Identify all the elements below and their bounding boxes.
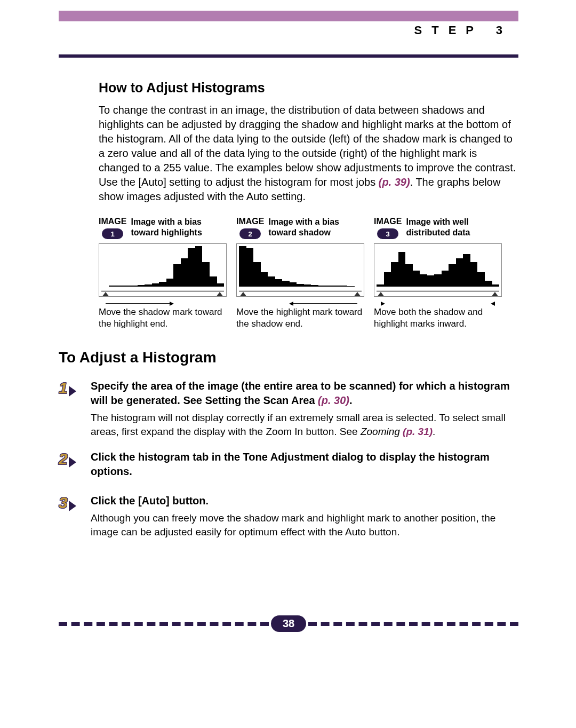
arrow-left-icon <box>491 302 495 306</box>
example-3: IMAGE 3 Image with well distributed data… <box>374 217 502 330</box>
arrow-right-icon <box>170 302 174 306</box>
histogram-bars-2 <box>239 246 362 287</box>
text: Click the histogram tab in the Tone Adju… <box>91 451 490 477</box>
example-1: IMAGE 1 Image with a bias toward highlig… <box>99 217 227 330</box>
text-italic: Zooming <box>361 426 403 437</box>
shadow-mark-icon[interactable] <box>240 292 246 296</box>
section-body: To change the contrast in an image, the … <box>99 103 518 204</box>
example-title-1: Image with a bias toward highlights <box>131 217 227 238</box>
step-title-2: Click the histogram tab in the Tone Adju… <box>91 450 518 479</box>
step-body-3: Although you can freely move the shadow … <box>91 511 518 539</box>
step-badge-1: 1 <box>59 379 82 438</box>
text: . <box>349 394 353 406</box>
step-3: 3 Click the [Auto] button. Although you … <box>59 494 518 539</box>
slider-track <box>239 290 362 292</box>
image-label: IMAGE <box>99 217 126 226</box>
example-number-3: 3 <box>377 228 398 239</box>
header-bar <box>59 11 518 21</box>
text: The histogram will not display correctly… <box>91 412 506 437</box>
slider-track <box>377 290 499 292</box>
image-label: IMAGE <box>374 217 402 226</box>
example-2: IMAGE 2 Image with a bias toward shadow … <box>236 217 364 330</box>
step-label: STEP 3 <box>414 23 512 37</box>
procedure-title: To Adjust a Histogram <box>59 349 518 366</box>
arrow-right-icon <box>381 302 385 306</box>
footer-dash-right <box>308 622 518 626</box>
step-title-1: Specify the area of the image (the entir… <box>91 379 518 408</box>
arrow-line <box>293 303 357 304</box>
step-badge-2: 2 <box>59 450 82 482</box>
step-badge-3: 3 <box>59 494 82 539</box>
highlight-mark-icon[interactable] <box>354 292 361 296</box>
shadow-mark-icon[interactable] <box>102 292 109 296</box>
page-content: How to Adjust Histograms To change the c… <box>59 80 518 551</box>
chevron-right-icon <box>69 386 76 397</box>
example-number-2: 2 <box>239 228 261 239</box>
highlight-mark-icon[interactable] <box>492 292 498 296</box>
page-ref-39[interactable]: (p. 39) <box>379 176 410 188</box>
histogram-1 <box>99 243 227 297</box>
page-footer: 38 <box>59 615 518 632</box>
image-label: IMAGE <box>236 217 264 226</box>
slider-track <box>101 290 224 292</box>
histogram-2 <box>236 243 364 297</box>
step-2: 2 Click the histogram tab in the Tone Ad… <box>59 450 518 482</box>
example-caption-1: Move the shadow mark toward the highligh… <box>99 306 227 330</box>
arrow-left-icon <box>289 302 293 306</box>
histogram-bars-1 <box>101 246 224 287</box>
step-number: 1 <box>59 379 68 397</box>
page-number: 38 <box>271 615 306 632</box>
page-ref-31[interactable]: (p. 31) <box>403 426 433 437</box>
arrow-line <box>106 303 170 304</box>
section-body-a: To change the contrast in an image, the … <box>99 104 516 188</box>
shadow-mark-icon[interactable] <box>378 292 384 296</box>
chevron-right-icon <box>69 457 76 468</box>
page-ref-30[interactable]: (p. 30) <box>318 394 349 406</box>
histogram-bars-3 <box>377 246 499 287</box>
histogram-3 <box>374 243 502 297</box>
step-number: 2 <box>59 450 68 468</box>
step-body-1: The histogram will not display correctly… <box>91 411 518 438</box>
example-caption-3: Move both the shadow and highlight marks… <box>374 306 502 330</box>
text: . <box>433 426 435 437</box>
step-number: 3 <box>59 494 68 511</box>
header-divider <box>59 54 518 58</box>
footer-dash-left <box>59 622 269 626</box>
text: Click the [Auto] button. <box>91 495 209 507</box>
example-caption-2: Move the highlight mark toward the shado… <box>236 306 364 330</box>
step-title-3: Click the [Auto] button. <box>91 494 518 508</box>
section-title: How to Adjust Histograms <box>99 80 518 96</box>
text: Although you can freely move the shadow … <box>91 512 495 537</box>
examples-row: IMAGE 1 Image with a bias toward highlig… <box>99 217 518 330</box>
text: Setting the Scan Area <box>205 394 318 406</box>
example-number-1: 1 <box>102 228 123 239</box>
chevron-right-icon <box>69 501 76 511</box>
highlight-mark-icon[interactable] <box>217 292 223 296</box>
example-title-2: Image with a bias toward shadow <box>268 217 364 238</box>
step-1: 1 Specify the area of the image (the ent… <box>59 379 518 438</box>
example-title-3: Image with well distributed data <box>406 217 502 238</box>
